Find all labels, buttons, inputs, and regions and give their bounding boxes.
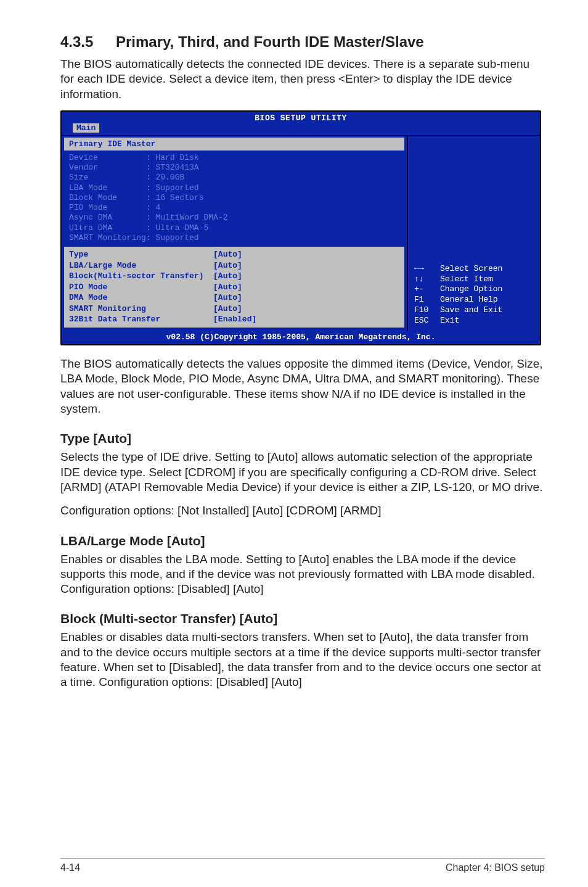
hint-key: F1 xyxy=(414,295,440,305)
bios-section-title: Primary IDE Master xyxy=(64,138,404,151)
hint-text: Select Item xyxy=(440,274,493,285)
bios-options[interactable]: Type [Auto] LBA/Large Mode [Auto] Block(… xyxy=(64,247,404,328)
hint-row: ESCExit xyxy=(414,316,536,326)
bios-title: BIOS SETUP UTILITY xyxy=(62,112,540,123)
bios-screenshot: BIOS SETUP UTILITY Main Primary IDE Mast… xyxy=(60,110,541,345)
intro-paragraph: The BIOS automatically detects the conne… xyxy=(60,57,545,102)
after-bios-paragraph: The BIOS automatically detects the value… xyxy=(60,357,545,416)
hint-text: Change Option xyxy=(440,284,502,295)
bios-detected-values: Device : Hard Disk Vendor : ST320413A Si… xyxy=(62,153,407,243)
section-title: Primary, Third, and Fourth IDE Master/Sl… xyxy=(116,33,424,50)
hint-row: ↑↓Select Item xyxy=(414,274,536,285)
hint-text: General Help xyxy=(440,295,498,305)
block-heading: Block (Multi-sector Transfer) [Auto] xyxy=(60,611,545,626)
lba-p1: Enables or disables the LBA mode. Settin… xyxy=(60,552,545,597)
block-p1: Enables or disables data multi-sectors t… xyxy=(60,630,545,690)
hint-text: Save and Exit xyxy=(440,305,502,316)
hint-row: F1General Help xyxy=(414,295,536,305)
bios-copyright: v02.58 (C)Copyright 1985-2005, American … xyxy=(62,331,540,344)
type-p2: Configuration options: [Not Installed] [… xyxy=(60,503,545,518)
hint-key: ESC xyxy=(414,316,440,326)
hint-text: Select Screen xyxy=(440,264,502,274)
hint-key: F10 xyxy=(414,305,440,316)
footer-chapter: Chapter 4: BIOS setup xyxy=(446,862,545,873)
hint-row: ←→Select Screen xyxy=(414,264,536,274)
footer-page-number: 4-14 xyxy=(60,862,80,873)
page-footer: 4-14 Chapter 4: BIOS setup xyxy=(0,858,588,873)
section-number: 4.3.5 xyxy=(60,33,116,51)
lba-heading: LBA/Large Mode [Auto] xyxy=(60,534,545,548)
type-p1: Selects the type of IDE drive. Setting t… xyxy=(60,450,545,495)
hint-row: +-Change Option xyxy=(414,284,536,295)
bios-key-hints: ←→Select Screen↑↓Select Item+-Change Opt… xyxy=(414,264,536,326)
hint-key: ↑↓ xyxy=(414,274,440,285)
bios-left-panel: Primary IDE Master Device : Hard Disk Ve… xyxy=(62,135,407,331)
bios-tab-main[interactable]: Main xyxy=(73,123,99,133)
type-heading: Type [Auto] xyxy=(60,431,545,446)
hint-key: +- xyxy=(414,284,440,295)
bios-right-panel: ←→Select Screen↑↓Select Item+-Change Opt… xyxy=(407,135,540,331)
hint-row: F10Save and Exit xyxy=(414,305,536,316)
hint-key: ←→ xyxy=(414,264,440,274)
section-heading: 4.3.5Primary, Third, and Fourth IDE Mast… xyxy=(60,33,545,51)
hint-text: Exit xyxy=(440,316,459,326)
